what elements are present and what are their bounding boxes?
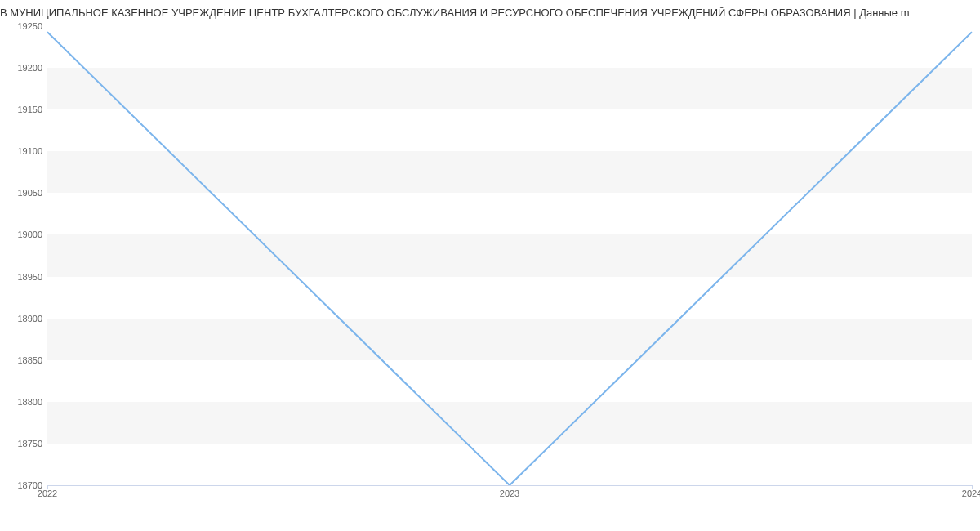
y-tick-label: 19250	[17, 21, 42, 31]
x-tick-mark	[972, 485, 973, 489]
plot-area	[47, 26, 972, 485]
y-tick-label: 18950	[17, 272, 42, 282]
x-tick-mark	[47, 485, 48, 489]
chart-line	[47, 26, 972, 485]
x-tick-mark	[510, 485, 510, 489]
y-tick-label: 19100	[17, 146, 42, 156]
y-tick-label: 19150	[17, 105, 42, 114]
y-tick-label: 18800	[17, 397, 42, 407]
chart-container: В МУНИЦИПАЛЬНОЕ КАЗЕННОЕ УЧРЕЖДЕНИЕ ЦЕНТ…	[0, 0, 980, 531]
x-tick-label: 2024	[962, 489, 980, 498]
x-tick-label: 2022	[38, 489, 57, 498]
y-tick-label: 18900	[17, 314, 42, 324]
x-tick-label: 2023	[500, 489, 519, 498]
y-tick-label: 18850	[17, 355, 42, 365]
y-tick-label: 19000	[17, 230, 42, 239]
chart-title: В МУНИЦИПАЛЬНОЕ КАЗЕННОЕ УЧРЕЖДЕНИЕ ЦЕНТ…	[0, 0, 980, 19]
y-tick-label: 19050	[17, 188, 42, 198]
y-tick-label: 18750	[17, 439, 42, 448]
y-tick-label: 19200	[17, 63, 42, 73]
